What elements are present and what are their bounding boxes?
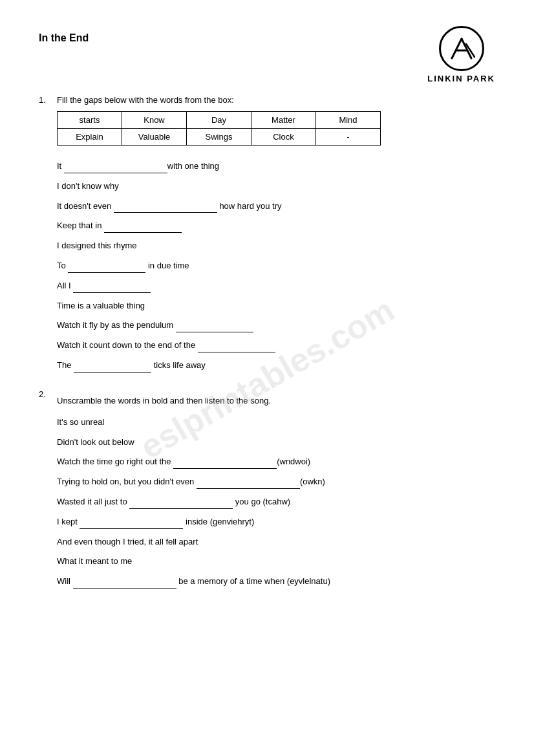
scramble-9-hint: (eyvlelnatu) [287, 576, 330, 586]
scramble-2: Didn't look out below [57, 436, 330, 449]
word-dash: - [316, 129, 381, 146]
lyrics-section-1: It with one thing I don't know why It do… [57, 160, 381, 373]
lyric-1-before: It [57, 161, 64, 171]
lyric-9-before: Watch it fly by as the pendulum [57, 320, 176, 330]
logo-icon [445, 32, 478, 65]
exercise-2-content: Unscramble the words in bold and then li… [57, 389, 330, 595]
scramble-2-text: Didn't look out below [57, 437, 134, 447]
scramble-4-hint: (owkn) [300, 477, 325, 486]
lyric-3-after: how hard you try [217, 201, 282, 211]
word-row-2: Explain Valuable Swings Clock - [58, 129, 381, 146]
scramble-5-after: you go [233, 497, 262, 506]
lyric-1-blank [64, 164, 167, 173]
svg-line-0 [452, 39, 462, 58]
lyric-11-blank [74, 363, 151, 373]
exercise-2-instruction: Unscramble the words in bold and then li… [57, 396, 330, 405]
lyric-6: To in due time [57, 259, 381, 273]
scramble-3-hint: (wndwoi) [277, 457, 310, 466]
lyric-11: The ticks life away [57, 359, 381, 373]
word-explain: Explain [58, 129, 122, 146]
word-row-1: starts Know Day Matter Mind [58, 112, 381, 129]
lyric-7-before: All I [57, 281, 73, 290]
brand-name: LINKIN PARK [427, 74, 495, 83]
scramble-5-blank [129, 500, 233, 509]
scramble-9-blank [73, 579, 176, 589]
lyric-6-before: To [57, 261, 68, 270]
lyric-9-blank [176, 323, 253, 332]
scramble-8-text: What it meant to me [57, 556, 132, 566]
lyric-6-blank [68, 264, 145, 273]
word-box-table: starts Know Day Matter Mind Explain Valu… [57, 111, 381, 146]
lyric-10-before: Watch it count down to the end of the [57, 340, 198, 350]
word-know: Know [122, 112, 187, 129]
word-mind: Mind [316, 112, 381, 129]
word-starts: starts [58, 112, 122, 129]
scramble-6: I kept inside (genviehryt) [57, 515, 330, 529]
brand-logo: LINKIN PARK [427, 26, 495, 83]
exercise-1-number: 1. [39, 95, 52, 379]
scramble-4-blank [197, 480, 300, 489]
word-clock: Clock [251, 129, 316, 146]
page-header: In the End LINKIN PARK [39, 26, 495, 83]
scramble-5-before: Wasted it all just to [57, 497, 129, 506]
scramble-3: Watch the time go right out the (wndwoi) [57, 455, 330, 469]
scramble-1-text: It's so unreal [57, 417, 104, 427]
lyric-11-after: ticks life away [151, 360, 206, 370]
lyric-2-text: I don't know why [57, 181, 119, 191]
scramble-4: Trying to hold on, but you didn't even (… [57, 475, 330, 489]
scramble-7-text: And even though I tried, it all fell apa… [57, 537, 198, 546]
lyric-7: All I [57, 279, 381, 293]
lyric-10-blank [198, 343, 275, 352]
lyric-9: Watch it fly by as the pendulum [57, 319, 381, 332]
scramble-9: Will be a memory of a time when (eyvleln… [57, 575, 330, 589]
scramble-6-before: I kept [57, 517, 80, 526]
scramble-7: And even though I tried, it all fell apa… [57, 535, 330, 549]
lyric-3: It doesn't even how hard you try [57, 200, 381, 213]
lyric-8: Time is a valuable thing [57, 299, 381, 313]
scramble-3-blank [173, 460, 277, 469]
lyric-2: I don't know why [57, 180, 381, 193]
lyric-8-text: Time is a valuable thing [57, 301, 145, 310]
lyric-7-blank [73, 284, 151, 293]
word-day: Day [187, 112, 251, 129]
scramble-9-before: Will [57, 576, 73, 586]
scramble-6-hint: (genviehryt) [210, 517, 255, 526]
exercise-1: 1. Fill the gaps below with the words fr… [39, 95, 495, 379]
word-swings: Swings [187, 129, 251, 146]
exercise-1-content: Fill the gaps below with the words from … [57, 95, 381, 379]
scramble-9-after: be a memory of a time when [176, 576, 287, 586]
lyric-5: I designed this rhyme [57, 239, 381, 253]
exercise-2-number: 2. [39, 389, 52, 595]
lyric-11-before: The [57, 360, 74, 370]
lyric-10: Watch it count down to the end of the [57, 339, 381, 352]
lyric-6-after: in due time [145, 261, 189, 270]
scramble-1: It's so unreal [57, 416, 330, 429]
exercise-list: 1. Fill the gaps below with the words fr… [39, 95, 495, 595]
lyric-1: It with one thing [57, 160, 381, 173]
exercise-1-instruction: Fill the gaps below with the words from … [57, 95, 381, 105]
lyrics-section-2: It's so unreal Didn't look out below Wat… [57, 416, 330, 589]
page-title: In the End [39, 32, 89, 44]
lyric-4: Keep that in [57, 219, 381, 233]
lyric-5-text: I designed this rhyme [57, 241, 137, 250]
scramble-6-blank [80, 520, 183, 529]
lyric-4-before: Keep that in [57, 221, 104, 230]
scramble-8: What it meant to me [57, 555, 330, 568]
logo-circle [439, 26, 484, 71]
scramble-5-hint: (tcahw) [263, 497, 291, 506]
exercise-2: 2. Unscramble the words in bold and then… [39, 389, 495, 595]
lyric-1-after: with one thing [167, 161, 219, 171]
lyric-4-blank [104, 224, 182, 233]
word-valuable: Valuable [122, 129, 187, 146]
scramble-5: Wasted it all just to you go (tcahw) [57, 495, 330, 509]
scramble-4-before: Trying to hold on, but you didn't even [57, 477, 197, 486]
lyric-3-before: It doesn't even [57, 201, 114, 211]
scramble-6-after: inside [183, 517, 209, 526]
scramble-3-before: Watch the time go right out the [57, 457, 173, 466]
lyric-3-blank [114, 204, 217, 213]
word-matter: Matter [251, 112, 316, 129]
